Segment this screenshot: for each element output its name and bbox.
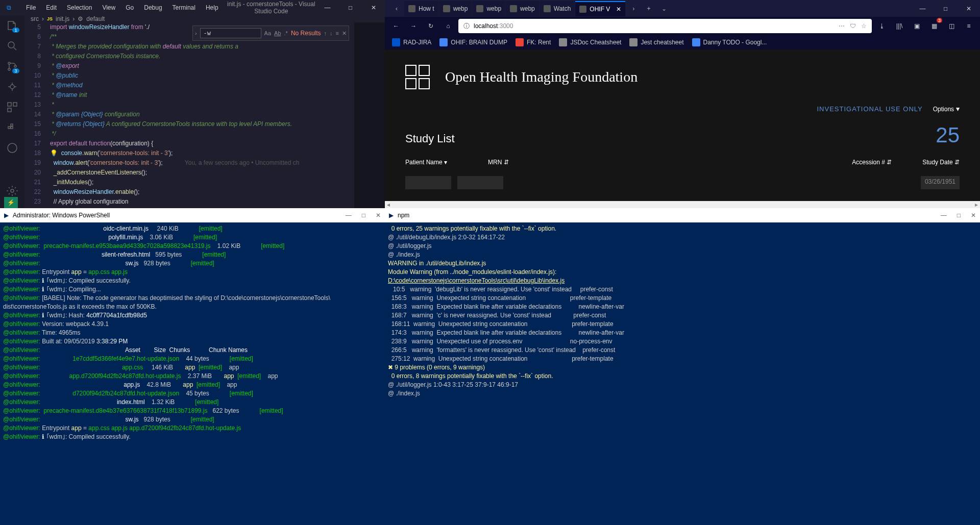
svg-rect-7 [8, 108, 11, 112]
window-controls: — □ ✕ [316, 0, 385, 15]
minimize-button[interactable]: — [346, 212, 352, 219]
bookmark-label: Danny TODO - Googl... [703, 39, 767, 46]
containers-icon[interactable]: ◫ [944, 19, 959, 33]
study-list-title: Study List [405, 132, 455, 145]
bookmark-star-icon[interactable]: ☆ [861, 22, 867, 30]
remote-icon[interactable] [6, 142, 18, 154]
options-dropdown[interactable]: Options ▾ [933, 105, 960, 113]
browser-tab-strip: ‹ How twebpwebpwebpWatchOHIF V✕ › ＋ ⌄ — … [385, 0, 980, 17]
close-button[interactable]: ✕ [376, 212, 381, 219]
expand-find-icon[interactable]: › [195, 30, 197, 36]
filter-patient-name[interactable] [405, 176, 451, 189]
url-bar[interactable]: ⓘ localhost:3000 ⋯ 🛡 ☆ [458, 19, 872, 33]
menu-help[interactable]: Help [202, 2, 223, 13]
settings-gear-icon[interactable] [6, 185, 18, 197]
scm-badge: 3 [12, 68, 19, 73]
downloads-icon[interactable]: ⭳ [875, 19, 889, 33]
terminal-output[interactable]: 0 errors, 25 warnings potentially fixabl… [385, 222, 980, 525]
tab-close-icon[interactable]: ✕ [616, 6, 621, 13]
minimap[interactable] [354, 22, 385, 208]
bookmark-label: JSDoc Cheatsheet [570, 39, 621, 46]
browser-tab[interactable]: OHIF V✕ [575, 1, 625, 16]
bookmark-label: FK: Rent [527, 39, 551, 46]
tab-label: How t [419, 5, 434, 12]
filter-mrn[interactable] [457, 176, 503, 189]
header-accession[interactable]: Accession # ⇵ [852, 159, 892, 166]
bookmark-item[interactable]: JSDoc Cheatsheet [556, 37, 624, 48]
svg-point-11 [8, 143, 17, 153]
home-button[interactable]: ⌂ [441, 19, 455, 33]
menu-debug[interactable]: Debug [140, 2, 166, 13]
close-button[interactable]: ✕ [362, 0, 385, 15]
menu-go[interactable]: Go [121, 2, 138, 13]
explorer-icon[interactable]: 1 [6, 19, 18, 32]
bookmark-item[interactable]: Jest cheatsheet [626, 37, 687, 48]
svg-point-1 [8, 62, 10, 64]
screenshot-icon[interactable]: ▣ [910, 19, 924, 33]
minimize-button[interactable]: — [316, 0, 339, 15]
find-prev-icon[interactable]: ↑ [324, 30, 327, 36]
close-button[interactable]: ✕ [971, 212, 976, 219]
extension-icon[interactable]: ▦3 [927, 19, 941, 33]
menu-file[interactable]: File [22, 2, 40, 13]
case-icon[interactable]: Aa [264, 30, 271, 36]
reader-icon[interactable]: 🛡 [850, 22, 856, 30]
maximize-button[interactable]: □ [339, 0, 362, 15]
find-close-icon[interactable]: ✕ [342, 30, 347, 37]
minimize-button[interactable]: — [911, 0, 934, 17]
browser-tab[interactable]: webp [439, 1, 472, 16]
menu-view[interactable]: View [98, 2, 119, 13]
header-patient-name[interactable]: Patient Name ▾ [405, 159, 447, 166]
menu-edit[interactable]: Edit [42, 2, 61, 13]
minimize-button[interactable]: — [941, 212, 947, 219]
maximize-button[interactable]: □ [362, 212, 365, 219]
filter-date[interactable]: 03/26/1951 [921, 176, 960, 189]
forward-button[interactable]: → [406, 19, 421, 33]
reload-button[interactable]: ↻ [424, 19, 438, 33]
find-next-icon[interactable]: ↓ [330, 30, 333, 36]
breadcrumb-item[interactable]: init.js [56, 15, 69, 22]
terminal-output[interactable]: @ohif/viewer: oidc-client.min.js 240 KiB… [0, 222, 385, 525]
search-icon[interactable] [6, 40, 18, 52]
regex-icon[interactable]: .* [284, 30, 288, 36]
browser-tab[interactable]: webp [506, 1, 539, 16]
maximize-button[interactable]: □ [957, 212, 961, 219]
breadcrumb[interactable]: src›JS init.js›⚙ default [24, 15, 385, 22]
browser-tab[interactable]: Watch [540, 1, 575, 16]
header-mrn[interactable]: MRN ⇵ [488, 159, 509, 166]
close-button[interactable]: ✕ [957, 0, 980, 17]
find-selection-icon[interactable]: ≡ [336, 30, 339, 36]
word-icon[interactable]: Ab [274, 30, 281, 36]
tab-list-icon[interactable]: ⌄ [656, 1, 672, 16]
scm-icon[interactable]: 3 [6, 60, 18, 72]
tab-forward-icon[interactable]: › [626, 1, 641, 16]
browser-tab[interactable]: How t [404, 1, 438, 16]
browser-tab[interactable]: webp [472, 1, 505, 16]
breadcrumb-item[interactable]: default [86, 15, 105, 22]
bookmark-item[interactable]: FK: Rent [512, 37, 554, 48]
h-scrollbar[interactable]: ◂▸ [385, 201, 980, 208]
bookmark-item[interactable]: Danny TODO - Googl... [689, 37, 770, 48]
docker-icon[interactable] [6, 121, 18, 134]
vscode-menu: FileEditSelectionViewGoDebugTerminalHelp [18, 2, 227, 13]
menu-icon[interactable]: ≡ [962, 19, 976, 33]
debug-icon[interactable] [6, 81, 18, 93]
menu-selection[interactable]: Selection [63, 2, 96, 13]
library-icon[interactable]: |||\ [892, 19, 906, 33]
new-tab-button[interactable]: ＋ [641, 4, 656, 13]
header-study-date[interactable]: Study Date ⇵ [922, 159, 960, 166]
tab-back-icon[interactable]: ‹ [389, 1, 404, 16]
breadcrumb-item[interactable]: src [31, 15, 39, 22]
back-button[interactable]: ← [389, 19, 403, 33]
page-action-icon[interactable]: ⋯ [839, 22, 845, 30]
extensions-icon[interactable] [6, 101, 18, 113]
find-input[interactable] [200, 28, 261, 38]
editor-content[interactable]: 5678910111213141516171819202122232425 im… [24, 22, 385, 208]
powershell-icon: ▶ [4, 212, 9, 219]
bookmark-item[interactable]: OHIF: BRAIN DUMP [436, 37, 510, 48]
menu-terminal[interactable]: Terminal [168, 2, 200, 13]
maximize-button[interactable]: □ [934, 0, 957, 17]
bookmark-item[interactable]: RAD-JIRA [389, 37, 434, 48]
remote-indicator[interactable]: ⚡ [4, 197, 18, 208]
site-info-icon[interactable]: ⓘ [463, 22, 470, 31]
